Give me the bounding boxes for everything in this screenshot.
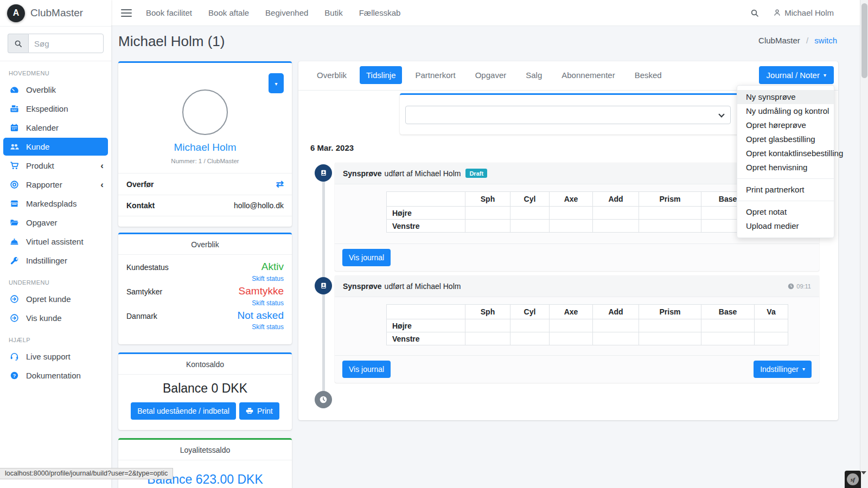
users-icon (10, 142, 20, 151)
search-input[interactable] (28, 34, 104, 53)
tab-salg[interactable]: Salg (519, 66, 548, 84)
entry-type: Synsprøve (343, 169, 382, 178)
entry-footer: Vis journal Indstillinger ▾ (335, 355, 819, 383)
menu-item-opret-horeprove[interactable]: Opret høreprøve (737, 118, 834, 132)
search-icon[interactable] (750, 9, 759, 17)
user-menu[interactable]: Michael Holm (773, 8, 834, 17)
profile-number: Nummer: 1 / ClubMaster (118, 158, 292, 173)
hamburger-menu-icon[interactable] (121, 7, 132, 19)
tab-tidslinje[interactable]: Tidslinje (360, 66, 402, 84)
caret-down-icon: ▾ (802, 367, 805, 372)
tab-opgaver[interactable]: Opgaver (469, 66, 513, 84)
menu-item-opret-henvisning[interactable]: Opret henvisning (737, 160, 834, 175)
breadcrumb-separator: / (806, 36, 808, 45)
nav-link-begivenhed[interactable]: Begivenhed (265, 8, 308, 17)
caret-down-icon[interactable] (861, 471, 866, 474)
profile-transfer-row: Overfør ⇄ (118, 173, 292, 195)
symfony-profiler-badge[interactable]: sf (845, 471, 861, 488)
tab-besked[interactable]: Besked (628, 66, 668, 84)
tab-bar: Overblik Tidslinje Partnerkort Opgaver S… (310, 66, 668, 84)
arrow-circle-right-icon (10, 313, 20, 323)
sidebar-section-hjaelp: HJÆLP (0, 328, 111, 346)
brand-logo-icon: A (7, 4, 25, 22)
skift-status-link[interactable]: Skift status (252, 299, 284, 307)
sidebar-item-markedsplads[interactable]: Markedsplads (3, 195, 108, 213)
sidebar-item-label: Virtuel assistent (26, 237, 84, 246)
sidebar-item-opgaver[interactable]: Opgaver (3, 214, 108, 232)
menu-item-opret-kontaktlinsebestilling[interactable]: Opret kontaktlinsebestilling (737, 146, 834, 160)
menu-item-opret-notat[interactable]: Opret notat (737, 205, 834, 219)
sidebar-item-vis-kunde[interactable]: Vis kunde (3, 309, 108, 327)
menu-item-opret-glasbestilling[interactable]: Opret glasbestilling (737, 132, 834, 146)
nav-link-book-facilitet[interactable]: Book facilitet (146, 8, 192, 17)
scrollbar-thumb[interactable] (861, 3, 867, 78)
chevron-left-icon: ‹ (100, 161, 104, 170)
sidebar-item-live-support[interactable]: Live support (3, 348, 108, 365)
tab-partnerkort[interactable]: Partnerkort (409, 66, 462, 84)
menu-item-ny-synsprove[interactable]: Ny synsprøve (737, 90, 834, 104)
entry-type: Synsprøve (343, 282, 382, 291)
menu-item-upload-medier[interactable]: Upload medier (737, 219, 834, 233)
calendar-icon (10, 123, 20, 132)
menu-item-ny-udmaling[interactable]: Ny udmåling og kontrol (737, 104, 834, 118)
pay-button[interactable]: Betal udestående / indbetal (131, 402, 236, 420)
sidebar-item-dokumentation[interactable]: ? Dokumentation (3, 367, 108, 384)
store-icon (10, 199, 20, 208)
search-button[interactable] (8, 34, 28, 53)
sidebar-item-overblik[interactable]: Overblik (3, 81, 108, 99)
cart-icon (10, 161, 20, 170)
timeline-entry: Synsprøve udført af Michael Holm 09:11 S… (335, 275, 819, 383)
profile-contact-row: Kontakt hollo@hollo.dk (118, 195, 292, 216)
caret-down-icon: ▾ (824, 73, 826, 78)
reports-icon (10, 180, 20, 189)
scrollbar-track[interactable] (860, 0, 868, 488)
nav-link-butik[interactable]: Butik (324, 8, 342, 17)
tab-abonnementer[interactable]: Abonnementer (555, 66, 621, 84)
sidebar-item-label: Rapporter (26, 180, 62, 189)
skift-status-link[interactable]: Skift status (252, 275, 284, 282)
sidebar-item-label: Dokumentation (26, 371, 81, 380)
status-row-samtykker: Samtykker Samtykke Skift status (126, 285, 284, 307)
profile-bottom-divider (118, 216, 292, 228)
sidebar-item-ekspedition[interactable]: Ekspedition (3, 100, 108, 118)
breadcrumb-switch-link[interactable]: switch (814, 36, 837, 45)
sidebar-item-kunde[interactable]: Kunde (3, 138, 108, 156)
vis-journal-button[interactable]: Vis journal (342, 249, 391, 266)
loyalty-card-title: Loyalitetssaldo (118, 440, 292, 460)
profile-actions-button[interactable]: ▾ (269, 73, 284, 93)
skift-status-link[interactable]: Skift status (252, 323, 284, 331)
status-row-danmark: Danmark Not asked Skift status (126, 310, 284, 332)
headset-icon (10, 352, 20, 361)
menu-divider (737, 178, 834, 179)
indstillinger-button[interactable]: Indstillinger ▾ (754, 361, 812, 378)
journal-noter-button[interactable]: Journal / Noter ▾ (759, 66, 834, 84)
overview-card: Overblik Kundestatus Aktiv Skift status … (118, 233, 292, 344)
cash-register-icon (10, 104, 20, 113)
sidebar-item-kalender[interactable]: Kalender (3, 119, 108, 137)
page-title: Michael Holm (1) (118, 33, 225, 50)
tab-overblik[interactable]: Overblik (310, 66, 353, 84)
overview-card-title: Overblik (118, 234, 292, 255)
vis-journal-button[interactable]: Vis journal (342, 361, 391, 378)
contact-value: hollo@hollo.dk (234, 201, 284, 210)
sidebar-item-label: Markedsplads (26, 199, 76, 208)
menu-item-print-partnerkort[interactable]: Print partnerkort (737, 183, 834, 197)
print-button[interactable]: Print (239, 402, 279, 420)
top-navbar: Book facilitet Book aftale Begivenhed Bu… (111, 0, 868, 26)
nav-link-book-aftale[interactable]: Book aftale (208, 8, 249, 17)
nav-link-faellesskab[interactable]: Fællesskab (359, 8, 401, 17)
folder-open-icon (10, 218, 20, 227)
timeline-filter-select[interactable] (405, 106, 731, 124)
status-row-kundestatus: Kundestatus Aktiv Skift status (126, 261, 284, 283)
brand[interactable]: A ClubMaster (0, 0, 111, 27)
sidebar-item-rapporter[interactable]: Rapporter ‹ (3, 176, 108, 194)
sidebar: A ClubMaster HOVEDMENU Overblik Ekspedit… (0, 0, 111, 488)
entry-timestamp: 09:11 (788, 283, 811, 290)
sidebar-item-virtuel-assistent[interactable]: Virtuel assistent (3, 233, 108, 251)
sidebar-item-label: Live support (26, 352, 71, 361)
sidebar-item-indstillinger[interactable]: Indstillinger (3, 252, 108, 269)
transfer-icon[interactable]: ⇄ (276, 179, 284, 189)
sidebar-item-produkt[interactable]: Produkt ‹ (3, 157, 108, 175)
sidebar-item-opret-kunde[interactable]: Opret kunde (3, 290, 108, 308)
print-icon (246, 407, 253, 415)
